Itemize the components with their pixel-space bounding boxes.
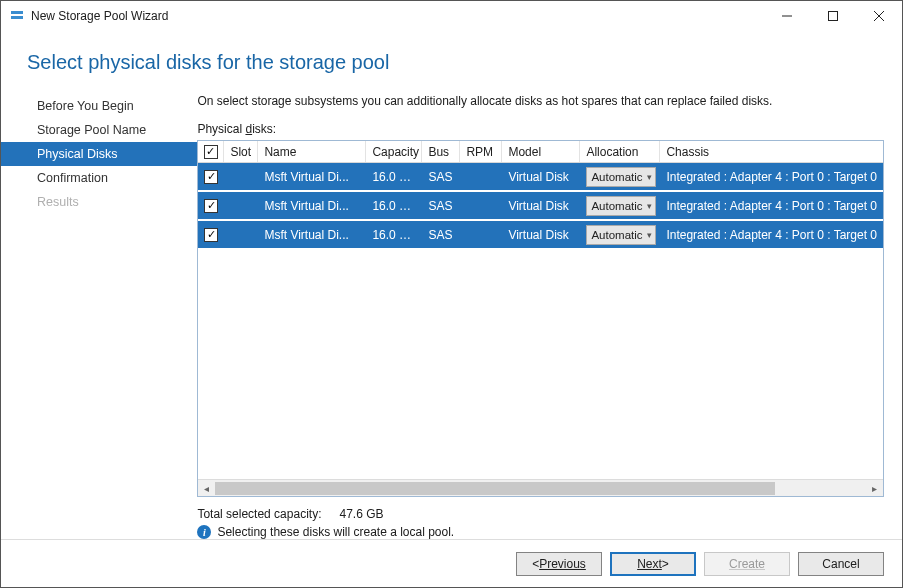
cell-chassis: Integrated : Adapter 4 : Port 0 : Target… bbox=[660, 228, 883, 242]
cell-capacity: 16.0 GB bbox=[366, 199, 422, 213]
step-before-you-begin[interactable]: Before You Begin bbox=[1, 94, 197, 118]
page-title: Select physical disks for the storage po… bbox=[27, 51, 876, 74]
scroll-thumb[interactable] bbox=[215, 482, 775, 495]
row-checkbox[interactable] bbox=[204, 170, 218, 184]
col-bus[interactable]: Bus bbox=[422, 141, 460, 162]
total-capacity-label: Total selected capacity: bbox=[197, 507, 321, 521]
instruction-text: On select storage subsystems you can add… bbox=[197, 94, 884, 108]
minimize-button[interactable] bbox=[764, 1, 810, 31]
create-button: Create bbox=[704, 552, 790, 576]
row-checkbox[interactable] bbox=[204, 199, 218, 213]
close-button[interactable] bbox=[856, 1, 902, 31]
scroll-right-arrow[interactable]: ▸ bbox=[866, 480, 883, 497]
table-body: Msft Virtual Di... 16.0 GB SAS Virtual D… bbox=[198, 163, 883, 479]
total-capacity-value: 47.6 GB bbox=[339, 507, 383, 521]
table-row[interactable]: Msft Virtual Di... 16.0 GB SAS Virtual D… bbox=[198, 221, 883, 250]
info-icon: i bbox=[197, 525, 211, 539]
col-capacity[interactable]: Capacity bbox=[366, 141, 422, 162]
table-row[interactable]: Msft Virtual Di... 16.0 GB SAS Virtual D… bbox=[198, 163, 883, 192]
previous-button[interactable]: < Previous bbox=[516, 552, 602, 576]
step-storage-pool-name[interactable]: Storage Pool Name bbox=[1, 118, 197, 142]
main-panel: On select storage subsystems you can add… bbox=[197, 82, 884, 539]
info-text: Selecting these disks will create a loca… bbox=[217, 525, 454, 539]
cell-capacity: 16.0 GB bbox=[366, 170, 422, 184]
step-results: Results bbox=[1, 190, 197, 214]
app-icon bbox=[9, 8, 25, 24]
content: Before You Begin Storage Pool Name Physi… bbox=[1, 82, 902, 539]
scroll-track[interactable] bbox=[215, 480, 866, 497]
svg-rect-0 bbox=[11, 11, 23, 14]
summary: Total selected capacity: 47.6 GB i Selec… bbox=[197, 497, 884, 539]
allocation-dropdown[interactable]: Automatic▾ bbox=[586, 225, 656, 245]
col-allocation[interactable]: Allocation bbox=[580, 141, 660, 162]
row-checkbox[interactable] bbox=[204, 228, 218, 242]
table-header: Slot Name Capacity Bus RPM Model Allocat… bbox=[198, 141, 883, 163]
col-rpm[interactable]: RPM bbox=[460, 141, 502, 162]
col-chassis[interactable]: Chassis bbox=[660, 141, 883, 162]
allocation-dropdown[interactable]: Automatic▾ bbox=[586, 196, 656, 216]
scroll-left-arrow[interactable]: ◂ bbox=[198, 480, 215, 497]
window-title: New Storage Pool Wizard bbox=[31, 9, 168, 23]
chevron-down-icon: ▾ bbox=[647, 172, 652, 182]
cell-model: Virtual Disk bbox=[502, 170, 580, 184]
disks-table: Slot Name Capacity Bus RPM Model Allocat… bbox=[197, 140, 884, 497]
chevron-down-icon: ▾ bbox=[647, 201, 652, 211]
header: Select physical disks for the storage po… bbox=[1, 31, 902, 82]
cell-name: Msft Virtual Di... bbox=[258, 228, 366, 242]
chevron-down-icon: ▾ bbox=[647, 230, 652, 240]
table-row[interactable]: Msft Virtual Di... 16.0 GB SAS Virtual D… bbox=[198, 192, 883, 221]
svg-rect-3 bbox=[829, 12, 838, 21]
physical-disks-label: Physical disks: bbox=[197, 122, 884, 136]
cell-model: Virtual Disk bbox=[502, 228, 580, 242]
col-slot[interactable]: Slot bbox=[224, 141, 258, 162]
header-checkbox[interactable] bbox=[198, 141, 224, 162]
cell-capacity: 16.0 GB bbox=[366, 228, 422, 242]
col-name[interactable]: Name bbox=[258, 141, 366, 162]
cell-chassis: Integrated : Adapter 4 : Port 0 : Target… bbox=[660, 199, 883, 213]
wizard-steps: Before You Begin Storage Pool Name Physi… bbox=[1, 82, 197, 539]
cell-name: Msft Virtual Di... bbox=[258, 170, 366, 184]
svg-rect-1 bbox=[11, 16, 23, 19]
cancel-button[interactable]: Cancel bbox=[798, 552, 884, 576]
footer: < Previous Next > Create Cancel bbox=[1, 539, 902, 587]
col-model[interactable]: Model bbox=[502, 141, 580, 162]
step-confirmation[interactable]: Confirmation bbox=[1, 166, 197, 190]
maximize-button[interactable] bbox=[810, 1, 856, 31]
horizontal-scrollbar[interactable]: ◂ ▸ bbox=[198, 479, 883, 496]
cell-bus: SAS bbox=[422, 199, 460, 213]
step-physical-disks[interactable]: Physical Disks bbox=[1, 142, 197, 166]
wizard-window: New Storage Pool Wizard Select physical … bbox=[0, 0, 903, 588]
cell-chassis: Integrated : Adapter 4 : Port 0 : Target… bbox=[660, 170, 883, 184]
titlebar: New Storage Pool Wizard bbox=[1, 1, 902, 31]
allocation-dropdown[interactable]: Automatic▾ bbox=[586, 167, 656, 187]
cell-bus: SAS bbox=[422, 170, 460, 184]
cell-bus: SAS bbox=[422, 228, 460, 242]
cell-model: Virtual Disk bbox=[502, 199, 580, 213]
next-button[interactable]: Next > bbox=[610, 552, 696, 576]
cell-name: Msft Virtual Di... bbox=[258, 199, 366, 213]
